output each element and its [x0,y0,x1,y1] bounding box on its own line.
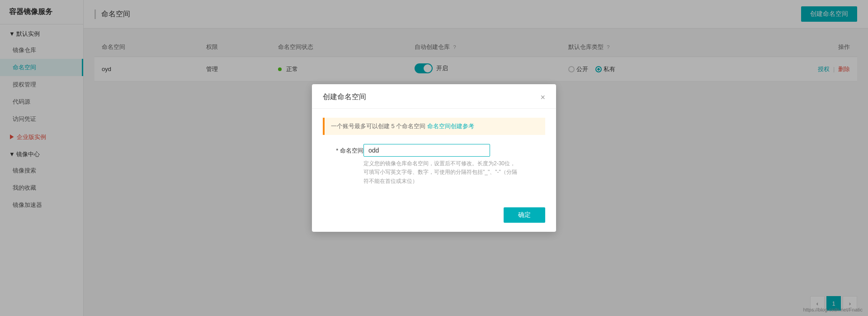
modal-close-button[interactable]: × [540,93,545,101]
confirm-button[interactable]: 确定 [504,207,545,223]
namespace-field-label: * 命名空间 [323,144,363,155]
namespace-hint: 定义您的镜像仓库命名空间，设置后不可修改。长度为2-30位，可填写小写英文字母、… [363,159,517,186]
modal-footer: 确定 [312,202,556,232]
notice-link[interactable]: 命名空间创建参考 [427,123,474,129]
form-row-namespace: * 命名空间 定义您的镜像仓库命名空间，设置后不可修改。长度为2-30位，可填写… [323,144,545,186]
namespace-input[interactable] [363,144,490,157]
notice-text: 一个账号最多可以创建 5 个命名空间 [331,123,425,129]
modal-overlay: 创建命名空间 × 一个账号最多可以创建 5 个命名空间 命名空间创建参考 * 命… [0,0,868,316]
notice-bar: 一个账号最多可以创建 5 个命名空间 命名空间创建参考 [323,118,545,135]
modal-body: 一个账号最多可以创建 5 个命名空间 命名空间创建参考 * 命名空间 定义您的镜… [312,109,556,202]
namespace-field-wrapper: 定义您的镜像仓库命名空间，设置后不可修改。长度为2-30位，可填写小写英文字母、… [363,144,517,186]
modal-title: 创建命名空间 [323,92,366,102]
create-namespace-modal: 创建命名空间 × 一个账号最多可以创建 5 个命名空间 命名空间创建参考 * 命… [312,84,556,232]
modal-header: 创建命名空间 × [312,84,556,109]
